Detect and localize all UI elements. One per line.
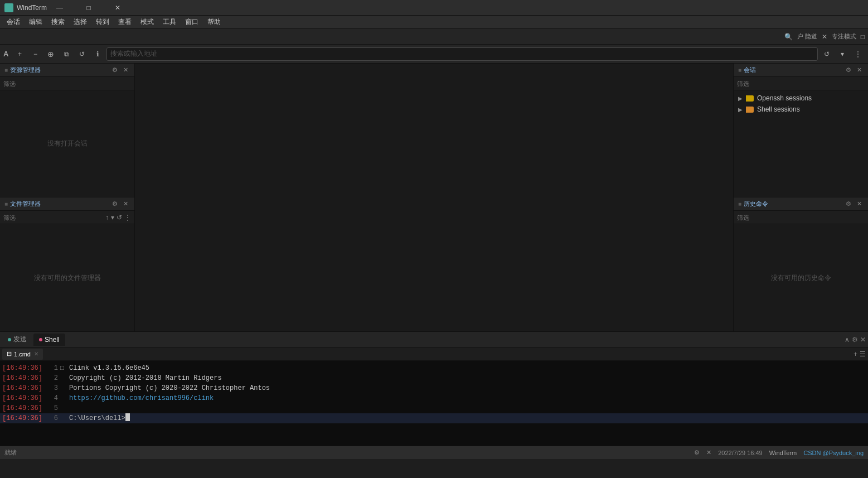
history-filter[interactable] — [734, 211, 868, 224]
sessions-title: 会话 — [744, 66, 844, 74]
status-close-icon[interactable]: ✕ — [706, 449, 711, 456]
menu-edit[interactable]: 编辑 — [25, 16, 47, 29]
fm-dropdown-icon[interactable]: ▾ — [111, 214, 114, 221]
tab-send[interactable]: 发送 — [2, 334, 32, 346]
session-tab-label: 1.cmd — [14, 351, 31, 358]
resource-manager-close-icon[interactable]: ✕ — [122, 66, 130, 74]
app-icon — [4, 3, 13, 12]
file-manager-header: ■ 文件管理器 ⚙ ✕ — [0, 197, 134, 211]
titlebar-title: WindTerm — [17, 4, 47, 12]
toolbar-info-icon[interactable]: ℹ — [91, 47, 104, 61]
sessions-close-icon[interactable]: ✕ — [855, 66, 864, 74]
header-bar: 🔍 户 隐道 ✕ 专注模式 □ — [0, 29, 868, 45]
hide-panel-icon[interactable]: 户 隐道 — [797, 32, 817, 41]
main-layout: ■ 资源管理器 ⚙ ✕ 没有打开会话 ■ 文件管理器 ⚙ ✕ — [0, 64, 868, 331]
term-time-1: [16:49:36] — [2, 363, 47, 373]
toolbar-duplicate-btn[interactable]: ⧉ — [60, 47, 73, 61]
history-settings-icon[interactable]: ⚙ — [844, 200, 853, 207]
status-windterm-label: WindTerm — [769, 450, 797, 456]
term-line-4: [16:49:36] 4 https://github.com/chrisant… — [0, 393, 868, 403]
term-prompt-6: C:\Users\dell> — [69, 413, 125, 423]
term-text-3: Portions Copyright (c) 2020-2022 Christo… — [69, 383, 270, 393]
sessions-settings-icon[interactable]: ⚙ — [844, 66, 853, 74]
file-manager-indicator: ■ — [4, 201, 8, 207]
sessions-header: ■ 会话 ⚙ ✕ — [734, 64, 868, 77]
terminal-right-icons: ∧ ⚙ ✕ — [845, 336, 866, 344]
sessions-filter[interactable] — [734, 77, 868, 90]
menu-search[interactable]: 搜索 — [47, 16, 69, 29]
titlebar: WindTerm — □ ✕ — [0, 0, 868, 16]
right-panel: ■ 会话 ⚙ ✕ ▶ Openssh sessions — [733, 64, 868, 331]
resource-manager-title: 资源管理器 — [10, 66, 110, 74]
session-right-icons: + ☰ — [854, 350, 866, 358]
terminal-close-icon[interactable]: ✕ — [860, 336, 866, 344]
openssh-sessions-item[interactable]: ▶ Openssh sessions — [734, 93, 868, 104]
menu-view[interactable]: 查看 — [114, 16, 136, 29]
file-manager-title: 文件管理器 — [10, 200, 110, 208]
session-list-icon[interactable]: ☰ — [860, 350, 866, 358]
address-bar[interactable]: 搜索或输入地址 — [106, 47, 818, 61]
toolbar-refresh-btn[interactable]: ↺ — [820, 47, 833, 61]
session-add-icon[interactable]: + — [854, 350, 857, 358]
toolbar-more-btn[interactable]: ⋮ — [851, 47, 865, 61]
menu-goto[interactable]: 转到 — [91, 16, 114, 29]
file-manager-settings-icon[interactable]: ⚙ — [110, 200, 119, 207]
resource-manager-filter-input[interactable] — [3, 80, 131, 87]
fm-up-icon[interactable]: ↑ — [105, 214, 109, 221]
search-icon[interactable]: 🔍 — [784, 33, 793, 41]
resource-manager-filter[interactable] — [0, 77, 134, 90]
resource-manager-settings-icon[interactable]: ⚙ — [110, 66, 119, 74]
session-tab-close[interactable]: ✕ — [34, 351, 38, 357]
menu-window[interactable]: 窗口 — [181, 16, 203, 29]
status-csdn-label: CSDN @Psyduck_ing — [803, 450, 864, 456]
fm-refresh-icon[interactable]: ↺ — [117, 214, 122, 221]
close-button[interactable]: ✕ — [105, 0, 130, 16]
file-manager-close-icon[interactable]: ✕ — [122, 200, 130, 207]
fm-more-icon[interactable]: ⋮ — [124, 214, 131, 221]
menu-select[interactable]: 选择 — [69, 16, 91, 29]
minimize-button[interactable]: — — [47, 0, 72, 16]
history-close-icon[interactable]: ✕ — [855, 200, 864, 207]
shell-sessions-item[interactable]: ▶ Shell sessions — [734, 104, 868, 115]
history-header: ■ 历史命令 ⚙ ✕ — [734, 197, 868, 211]
term-link-4[interactable]: https://github.com/chrisant996/clink — [69, 393, 214, 403]
session-tab-1cmd[interactable]: ⊟ 1.cmd ✕ — [2, 349, 43, 360]
tab-shell[interactable]: Shell — [33, 334, 65, 346]
history-filter-input[interactable] — [737, 214, 865, 221]
terminal-session-tabs: ⊟ 1.cmd ✕ + ☰ — [0, 347, 868, 361]
sessions-filter-input[interactable] — [737, 80, 865, 87]
term-cursor — [125, 413, 130, 421]
term-time-4: [16:49:36] — [2, 393, 47, 403]
session-tree: ▶ Openssh sessions ▶ Shell sessions — [734, 90, 868, 117]
toolbar-reconnect-btn[interactable]: ↺ — [75, 47, 89, 61]
toolbar-minus-icon[interactable]: − — [28, 47, 42, 61]
center-panel — [135, 64, 733, 331]
menu-help[interactable]: 帮助 — [203, 16, 225, 29]
term-line-3: [16:49:36] 3 Portions Copyright (c) 2020… — [0, 383, 868, 393]
expand-icon[interactable]: □ — [861, 33, 865, 41]
focus-mode-icon[interactable]: 专注模式 — [832, 32, 856, 41]
menu-mode[interactable]: 模式 — [136, 16, 158, 29]
terminal-settings-icon[interactable]: ⚙ — [852, 336, 858, 344]
x-close-icon[interactable]: ✕ — [822, 33, 827, 41]
terminal-expand-icon[interactable]: ∧ — [845, 336, 850, 344]
toolbar-dropdown-btn[interactable]: ▾ — [836, 47, 849, 61]
terminal-content[interactable]: [16:49:36] 1 □ Clink v1.3.15.6e6e45 [16:… — [0, 361, 868, 446]
shell-folder-icon — [746, 107, 754, 113]
menu-session[interactable]: 会话 — [2, 16, 25, 29]
file-manager-toolbar: ↑ ▾ ↺ ⋮ — [0, 211, 134, 224]
history-empty-text: 没有可用的历史命令 — [771, 273, 831, 283]
session-tab-icon: ⊟ — [7, 350, 12, 358]
status-settings-icon[interactable]: ⚙ — [694, 449, 700, 456]
toolbar-new-tab-btn[interactable]: ⊕ — [44, 47, 57, 61]
menu-tools[interactable]: 工具 — [158, 16, 181, 29]
file-manager-filter-input[interactable] — [3, 214, 103, 221]
sessions-actions: ⚙ ✕ — [844, 66, 864, 74]
term-time-6: [16:49:36] — [2, 413, 47, 423]
toolbar-plus-icon[interactable]: + — [13, 47, 26, 61]
history-indicator: ■ — [738, 201, 741, 207]
maximize-button[interactable]: □ — [76, 0, 101, 16]
header-right-icons: 🔍 户 隐道 ✕ 专注模式 □ — [784, 32, 865, 41]
term-text-1: Clink v1.3.15.6e6e45 — [69, 363, 149, 373]
term-num-2: 2 — [47, 373, 60, 383]
